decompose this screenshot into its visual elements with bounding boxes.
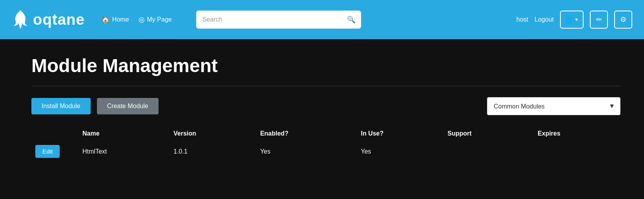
table-cell-name: HtmlText bbox=[78, 141, 170, 162]
col-inuse: In Use? bbox=[357, 126, 444, 141]
language-button[interactable]: 🌐 ▼ bbox=[560, 11, 584, 29]
nav-mypage-link[interactable]: ◎ My Page bbox=[135, 14, 175, 25]
nav-home-link[interactable]: 🏠 Home bbox=[98, 14, 132, 25]
edit-icon: ✏ bbox=[596, 16, 602, 24]
table-row: Edit HtmlText 1.0.1 Yes Yes bbox=[31, 141, 620, 162]
chevron-down-icon: ▼ bbox=[574, 17, 578, 22]
table-cell-action: Edit bbox=[31, 141, 78, 162]
table-cell-enabled: Yes bbox=[256, 141, 357, 162]
page-title: Module Management bbox=[31, 55, 620, 76]
nav-links: 🏠 Home ◎ My Page bbox=[98, 14, 175, 25]
toolbar: Install Module Create Module Common Modu… bbox=[31, 97, 620, 115]
brand-logo-icon bbox=[12, 9, 29, 30]
mypage-icon: ◎ bbox=[139, 16, 145, 24]
nav-home-label: Home bbox=[112, 16, 129, 23]
brand: oqtane bbox=[12, 9, 85, 30]
table-cell-inuse: Yes bbox=[357, 141, 444, 162]
filter-select-wrapper: Common Modules All Modules Custom Module… bbox=[487, 97, 620, 115]
table-cell-version: 1.0.1 bbox=[170, 141, 256, 162]
col-name: Name bbox=[78, 126, 170, 141]
edit-mode-button[interactable]: ✏ bbox=[590, 11, 608, 29]
col-version: Version bbox=[170, 126, 256, 141]
logout-button[interactable]: Logout bbox=[535, 16, 554, 23]
filter-select[interactable]: Common Modules All Modules Custom Module… bbox=[487, 97, 620, 115]
col-support: Support bbox=[443, 126, 534, 141]
table-body: Edit HtmlText 1.0.1 Yes Yes bbox=[31, 141, 620, 162]
install-module-button[interactable]: Install Module bbox=[31, 98, 91, 114]
nav-right: host Logout 🌐 ▼ ✏ ⚙ bbox=[516, 11, 632, 29]
edit-row-button[interactable]: Edit bbox=[35, 145, 60, 158]
settings-button[interactable]: ⚙ bbox=[614, 11, 632, 29]
navbar: oqtane 🏠 Home ◎ My Page 🔍 host Logout 🌐 … bbox=[0, 0, 644, 39]
table-cell-expires bbox=[534, 141, 620, 162]
search-container: 🔍 bbox=[196, 11, 361, 29]
search-input[interactable] bbox=[196, 11, 361, 29]
home-icon: 🏠 bbox=[101, 16, 110, 24]
main-content: Module Management Install Module Create … bbox=[0, 39, 644, 199]
create-module-button[interactable]: Create Module bbox=[97, 98, 159, 114]
search-icon: 🔍 bbox=[347, 16, 356, 24]
settings-icon: ⚙ bbox=[620, 16, 626, 24]
brand-name: oqtane bbox=[33, 11, 85, 28]
module-table: Name Version Enabled? In Use? Support Ex… bbox=[31, 126, 620, 162]
table-header: Name Version Enabled? In Use? Support Ex… bbox=[31, 126, 620, 141]
table-cell-support bbox=[443, 141, 534, 162]
nav-mypage-label: My Page bbox=[147, 16, 172, 23]
col-enabled: Enabled? bbox=[256, 126, 357, 141]
col-expires: Expires bbox=[534, 126, 620, 141]
globe-icon: 🌐 bbox=[565, 16, 573, 24]
col-action bbox=[31, 126, 78, 141]
nav-username: host bbox=[516, 16, 528, 23]
divider bbox=[31, 86, 620, 86]
search-button[interactable]: 🔍 bbox=[345, 14, 357, 25]
